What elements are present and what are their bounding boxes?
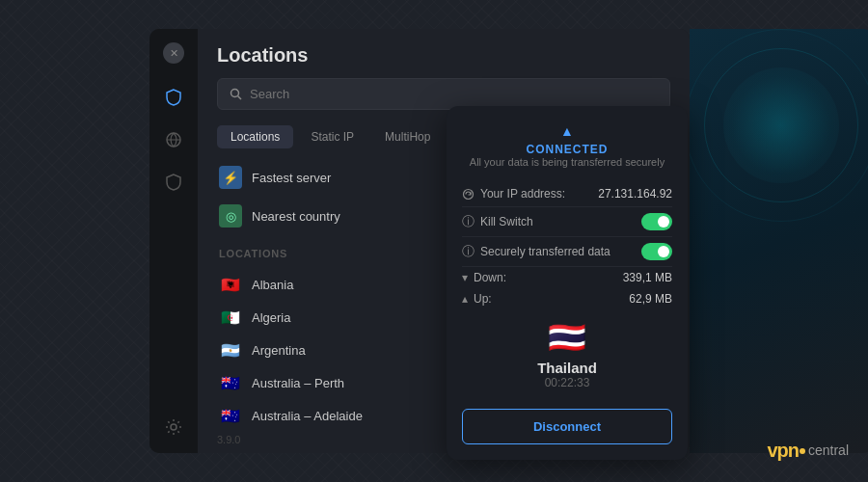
tab-multihop[interactable]: MultiHop <box>371 125 444 148</box>
nearest-country-label: Nearest country <box>252 209 340 224</box>
fastest-icon: ⚡ <box>219 166 242 189</box>
au-adelaide-flag: 🇦🇺 <box>219 407 242 424</box>
secure-data-label-container: ⓘ Securely transferred data <box>462 243 610 260</box>
right-background <box>690 29 868 453</box>
country-display: 🇹🇭 Thailand 00:22:33 <box>462 309 672 397</box>
brand-central: central <box>808 442 849 458</box>
search-icon <box>230 88 242 100</box>
svg-point-1 <box>171 424 176 430</box>
secure-data-label: Securely transferred data <box>480 245 610 258</box>
down-row: ▾ Down: 339,1 MB <box>462 267 672 288</box>
up-value: 62,9 MB <box>629 292 672 306</box>
kill-switch-label-container: ⓘ Kill Switch <box>462 213 533 230</box>
tab-static-ip[interactable]: Static IP <box>297 125 367 148</box>
shield-icon <box>165 89 182 106</box>
country-timer: 00:22:33 <box>462 376 672 389</box>
shield-plain-icon <box>165 174 182 191</box>
panel-title: Locations <box>217 44 670 67</box>
kill-switch-label: Kill Switch <box>480 215 533 228</box>
close-icon: ✕ <box>170 47 178 60</box>
up-label: Up: <box>474 292 492 306</box>
algeria-flag: 🇩🇿 <box>219 308 242 326</box>
sidebar: ✕ <box>149 29 198 453</box>
connected-card: ▲ CONNECTED All your data is being trans… <box>447 106 688 460</box>
svg-point-2 <box>231 90 239 97</box>
teal-glow <box>723 67 839 183</box>
country-name: Thailand <box>462 360 672 376</box>
sidebar-item-shield[interactable] <box>161 170 186 195</box>
ip-row: Your IP address: 27.131.164.92 <box>462 181 672 207</box>
connected-label: CONNECTED <box>462 143 672 156</box>
secure-data-row: ⓘ Securely transferred data <box>462 237 672 267</box>
ip-value: 27.131.164.92 <box>598 187 672 201</box>
au-perth-flag: 🇦🇺 <box>219 374 242 391</box>
section-label: LOCATIONS <box>219 248 287 259</box>
country-flag: 🇹🇭 <box>462 319 672 356</box>
sidebar-item-locations[interactable] <box>161 85 186 110</box>
up-arrow-icon: ▴ <box>462 292 468 306</box>
kill-switch-row: ⓘ Kill Switch <box>462 207 672 237</box>
branding: vpn central <box>767 438 849 463</box>
brand-vpn: vpn <box>767 438 806 463</box>
albania-flag: 🇦🇱 <box>219 276 242 293</box>
down-value: 339,1 MB <box>623 271 672 284</box>
tab-locations[interactable]: Locations <box>217 125 293 148</box>
globe-icon <box>165 131 182 148</box>
sidebar-item-settings[interactable] <box>161 415 186 440</box>
disconnect-button[interactable]: Disconnect <box>462 409 672 444</box>
kill-switch-toggle[interactable] <box>641 213 672 230</box>
up-row: ▴ Up: 62,9 MB <box>462 288 672 309</box>
down-arrow-icon: ▾ <box>462 271 468 284</box>
close-button[interactable]: ✕ <box>163 42 184 64</box>
ip-label: Your IP address: <box>462 187 565 201</box>
down-label: Down: <box>474 271 506 284</box>
nearest-icon: ◎ <box>219 204 242 228</box>
gear-icon <box>165 418 182 436</box>
chevron-up-icon: ▲ <box>462 123 672 139</box>
fastest-server-label: Fastest server <box>252 171 331 185</box>
sidebar-item-globe[interactable] <box>161 127 186 152</box>
connected-indicator: ▲ <box>462 123 672 139</box>
argentina-flag: 🇦🇷 <box>219 341 242 359</box>
refresh-icon <box>462 188 475 201</box>
connected-subtitle: All your data is being transferred secur… <box>462 156 672 168</box>
up-label-container: ▴ Up: <box>462 292 492 306</box>
secure-data-toggle[interactable] <box>641 243 672 260</box>
down-label-container: ▾ Down: <box>462 271 506 284</box>
search-input[interactable] <box>250 87 658 101</box>
svg-line-3 <box>238 96 242 100</box>
